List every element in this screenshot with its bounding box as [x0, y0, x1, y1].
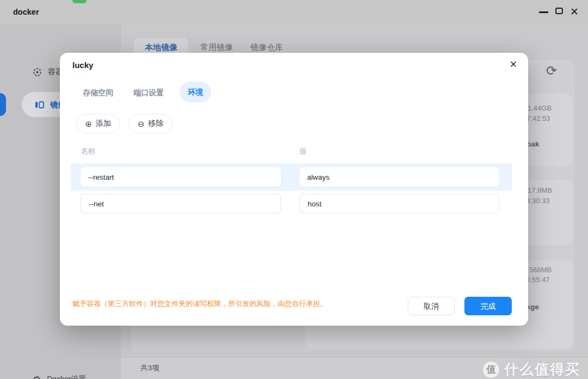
tab-storage[interactable]: 存储空间 — [83, 83, 113, 102]
cancel-button[interactable]: 取消 — [408, 297, 455, 315]
sidebar-item-label: Docker设置 — [47, 375, 86, 379]
column-header-name: 名称 — [81, 146, 95, 156]
minimize-icon[interactable] — [539, 11, 548, 13]
tab-ports[interactable]: 端口设置 — [133, 83, 164, 102]
settings-gear-icon: ⚙ — [33, 375, 41, 379]
close-icon[interactable]: ✕ — [570, 5, 579, 19]
dialog-close-icon[interactable]: ✕ — [510, 59, 517, 70]
remove-button[interactable]: ⊖ 移除 — [128, 114, 173, 133]
env-row[interactable] — [71, 191, 512, 217]
maximize-icon[interactable] — [555, 8, 563, 14]
remove-icon: ⊖ — [138, 120, 145, 128]
env-table — [71, 163, 512, 217]
confirm-button[interactable]: 完成 — [464, 297, 512, 315]
titlebar: docker ✕ — [0, 0, 588, 24]
add-button[interactable]: ⊕ 添加 — [76, 114, 120, 133]
env-name-input[interactable] — [81, 194, 281, 213]
watermark-text: 什么值得买 — [504, 360, 580, 379]
image-size: 568MB — [529, 266, 552, 274]
env-value-input[interactable] — [299, 167, 499, 187]
tab-environment[interactable]: 环境 — [180, 82, 211, 102]
image-size: 1.44GB — [528, 104, 552, 112]
column-header-value: 值 — [299, 146, 307, 156]
permission-warning: 赋予容器（第三方软件）对您文件夹的读写权限，所引发的风险，由您自行承担。 — [72, 299, 327, 309]
container-manage-icon — [33, 68, 42, 77]
status-bar: 共3项 值 什么值得买 — [121, 357, 588, 379]
window-title: docker — [13, 0, 39, 24]
remove-label: 移除 — [148, 119, 163, 129]
dialog-title: lucky — [72, 60, 93, 70]
images-icon — [35, 101, 44, 109]
refresh-icon[interactable]: ⟳ — [546, 63, 557, 78]
image-size: 17.9MB — [528, 186, 552, 194]
app-window: docker ✕ 容器管理 镜像 ⚙ Docker设置 本地镜像 — [0, 0, 588, 379]
env-value-input[interactable] — [299, 194, 499, 213]
env-row-selected[interactable] — [71, 163, 512, 191]
add-label: 添加 — [96, 119, 111, 129]
add-icon: ⊕ — [85, 120, 92, 128]
sidebar-item-docker-settings[interactable]: ⚙ Docker设置 — [33, 375, 87, 379]
watermark: 值 什么值得买 — [483, 360, 580, 379]
items-count: 共3项 — [140, 357, 160, 379]
env-name-input[interactable] — [81, 167, 281, 187]
watermark-badge-icon: 值 — [483, 362, 499, 378]
top-green-accent — [72, 0, 87, 3]
active-item-indicator — [0, 93, 6, 116]
container-config-dialog: lucky ✕ 存储空间 端口设置 环境 ⊕ 添加 ⊖ 移除 名称 值 赋予容器… — [60, 53, 528, 326]
